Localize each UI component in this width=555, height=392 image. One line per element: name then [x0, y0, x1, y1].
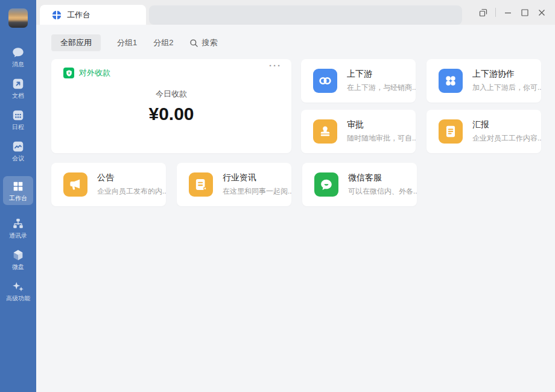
popout-icon[interactable] [475, 4, 492, 21]
app-title: 微信客服 [348, 172, 417, 183]
app-card-industry-news[interactable]: 行业资讯 在这里和同事一起阅... [177, 163, 291, 206]
contacts-icon [11, 217, 25, 230]
controls-divider [495, 8, 496, 17]
search-button[interactable]: 搜索 [189, 37, 217, 48]
payment-stat: 今日收款 ¥0.00 [51, 89, 291, 124]
app-card-approval[interactable]: 审批 随时随地审批，可自... [301, 110, 416, 153]
app-title: 审批 [347, 119, 416, 130]
close-icon[interactable] [533, 4, 550, 21]
sidebar-item-label: 日程 [12, 124, 24, 131]
main-area: 工作台 全部应用 分组1 分 [36, 0, 555, 392]
filter-tab-group2[interactable]: 分组2 [153, 34, 173, 51]
wechat-service-icon [314, 172, 338, 197]
filter-tab-label: 全部应用 [60, 37, 92, 48]
sidebar-item-label: 高级功能 [6, 295, 30, 302]
app-desc: 在这里和同事一起阅... [223, 186, 291, 197]
drive-icon [11, 248, 25, 262]
sidebar-item-docs[interactable]: 文档 [3, 74, 33, 103]
four-dots-icon [439, 69, 463, 93]
sidebar-item-label: 微盘 [12, 264, 24, 271]
filter-tab-all-apps[interactable]: 全部应用 [51, 34, 101, 51]
app-desc: 加入上下游后，你可... [472, 83, 541, 93]
message-icon [11, 46, 25, 59]
document-icon [11, 77, 25, 90]
user-avatar[interactable] [8, 8, 28, 28]
sidebar-item-advanced[interactable]: 高级功能 [3, 276, 33, 305]
workbench-wheel-icon [52, 10, 62, 20]
app-desc: 可以在微信内、外各... [348, 186, 417, 197]
window-tab-bar: 工作台 [36, 0, 555, 25]
payment-card[interactable]: ¥ 对外收款 ··· 今日收款 ¥0.00 [51, 59, 291, 153]
sidebar-item-messages[interactable]: 消息 [3, 42, 33, 71]
stamp-icon [313, 119, 337, 144]
meeting-icon [11, 140, 25, 153]
app-title: 上下游协作 [472, 69, 541, 80]
window-controls [475, 0, 550, 25]
report-icon [439, 119, 463, 144]
app-card-upstream-collab[interactable]: 上下游协作 加入上下游后，你可... [427, 59, 541, 103]
calendar-icon [11, 109, 25, 122]
filter-bar: 全部应用 分组1 分组2 搜索 [51, 34, 555, 51]
workbench-icon [11, 180, 25, 193]
maximize-icon[interactable] [516, 4, 533, 21]
sidebar-item-meeting[interactable]: 会议 [3, 136, 33, 165]
megaphone-icon [63, 172, 87, 197]
app-grid-right: 上下游 在上下游，与经销商... 上下游协作 加入上下游后，你可... [301, 59, 541, 153]
app-cards-area: ¥ 对外收款 ··· 今日收款 ¥0.00 [51, 59, 555, 206]
sidebar-item-label: 工作台 [9, 195, 27, 202]
sidebar-item-label: 通讯录 [9, 232, 27, 239]
tab-strip-empty-area [149, 5, 462, 25]
sidebar-item-label: 文档 [12, 92, 24, 100]
app-card-announcement[interactable]: 公告 企业向员工发布的内... [51, 163, 166, 206]
app-desc: 企业对员工工作内容... [472, 133, 541, 144]
app-title: 汇报 [472, 119, 541, 130]
app-desc: 随时随地审批，可自... [347, 133, 416, 144]
sidebar-item-workbench[interactable]: 工作台 [3, 176, 33, 205]
sidebar: 消息 文档 日程 会议 工作台 [0, 0, 36, 392]
search-label: 搜索 [201, 37, 217, 48]
search-icon [189, 39, 198, 48]
app-title: 行业资讯 [223, 172, 291, 183]
stat-label: 今日收款 [51, 89, 291, 100]
app-desc: 在上下游，与经销商... [347, 83, 416, 93]
app-row-bottom: 公告 企业向员工发布的内... 行业资讯 在这里和同事一起阅... [51, 163, 555, 206]
payment-card-header: ¥ 对外收款 [51, 59, 291, 78]
sidebar-item-label: 消息 [12, 61, 24, 68]
sidebar-item-calendar[interactable]: 日程 [3, 105, 33, 134]
app-title: 公告 [97, 172, 166, 183]
sidebar-nav: 消息 文档 日程 会议 工作台 [3, 42, 33, 305]
filter-tab-label: 分组1 [117, 37, 137, 48]
link-infinity-icon [313, 69, 337, 93]
filter-tab-label: 分组2 [153, 37, 173, 48]
minimize-icon[interactable] [500, 4, 516, 21]
sidebar-item-drive[interactable]: 微盘 [3, 245, 33, 274]
app-desc: 企业向员工发布的内... [97, 186, 166, 197]
sparkle-icon [11, 280, 25, 293]
app-card-upstream[interactable]: 上下游 在上下游，与经销商... [301, 59, 416, 103]
app-title: 上下游 [347, 69, 416, 80]
stat-value: ¥0.00 [51, 104, 291, 124]
tab-workbench[interactable]: 工作台 [40, 5, 146, 25]
news-icon [189, 172, 213, 197]
sidebar-item-contacts[interactable]: 通讯录 [3, 213, 33, 242]
workbench-content: 全部应用 分组1 分组2 搜索 ¥ [36, 25, 555, 392]
app-card-report[interactable]: 汇报 企业对员工工作内容... [427, 110, 541, 153]
tab-title: 工作台 [67, 10, 90, 21]
payment-card-title: 对外收款 [79, 68, 110, 78]
shield-yen-icon: ¥ [63, 68, 74, 78]
svg-text:¥: ¥ [68, 71, 69, 74]
app-card-wechat-service[interactable]: 微信客服 可以在微信内、外各... [302, 163, 417, 206]
more-menu-icon[interactable]: ··· [269, 60, 282, 71]
filter-tab-group1[interactable]: 分组1 [117, 34, 137, 51]
sidebar-item-label: 会议 [12, 155, 24, 162]
